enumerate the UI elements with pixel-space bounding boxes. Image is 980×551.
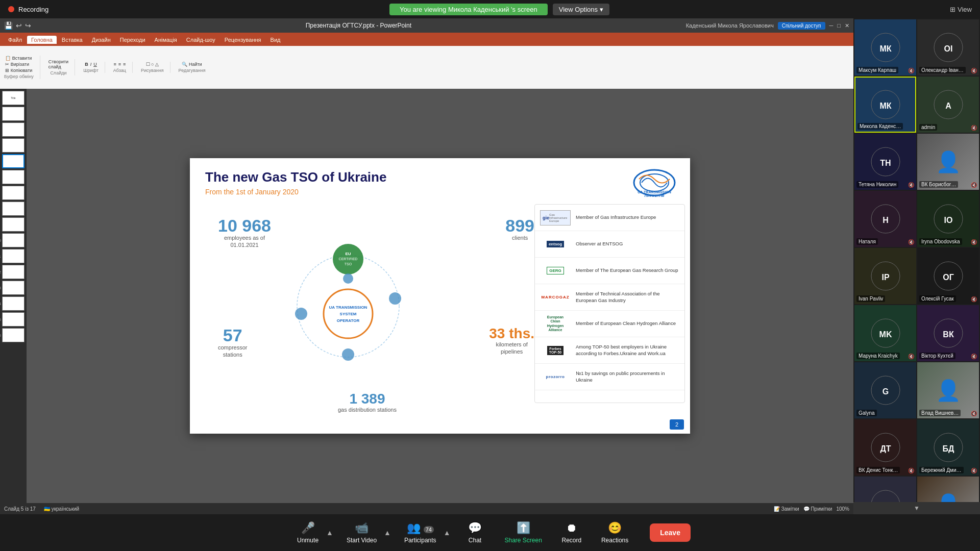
ribbon-align-left[interactable]: ≡ (114, 62, 116, 67)
ppt-ribbon: Файл Головна Вставка Дизайн Переходи Ані… (0, 33, 853, 89)
participant-tile[interactable]: ОГОлексій Гусак🔇 (917, 248, 979, 304)
slide-thumb-8[interactable]: 8 (2, 202, 24, 216)
participant-tile[interactable]: ОІОлександр Іван…🔇 (917, 19, 979, 76)
participants-button[interactable]: 👥 74 Participants (397, 517, 444, 548)
slide-thumb-15[interactable]: 15 (2, 312, 24, 327)
tab-view[interactable]: Вид (266, 36, 285, 44)
ppt-title: Презентація ОГТСУ.pptx - PowerPoint (306, 22, 411, 29)
notes-icon[interactable]: 📝 Замітки (774, 506, 799, 512)
chat-button[interactable]: 💬 Chat (456, 517, 493, 548)
reactions-button[interactable]: 😊 Reactions (594, 517, 635, 548)
page-indicator[interactable]: 2 (670, 419, 684, 430)
tab-review[interactable]: Рецензування (220, 36, 265, 44)
tab-design[interactable]: Дизайн (88, 36, 115, 44)
slide-main: The new Gas TSO of Ukraine From the 1st … (27, 89, 853, 503)
view-icon-label[interactable]: ⊞ View (950, 6, 972, 13)
slide-thumb-11[interactable]: 11 (2, 249, 24, 263)
ribbon-group-drawing: ☐ ○ △ Рисування (141, 62, 170, 73)
mute-icon: 🔇 (971, 239, 977, 245)
slide-thumb-1[interactable]: 1 Title (2, 91, 24, 105)
slide-thumb-3[interactable]: 3 (2, 122, 24, 137)
mute-icon: 🔇 (971, 354, 977, 359)
language: 🇺🇦 український (44, 506, 79, 512)
slide-thumb-6[interactable]: 6 (2, 170, 24, 184)
participant-tile[interactable]: ВКВіктор Кухтєй🔇 (917, 305, 979, 361)
svg-text:Н: Н (883, 216, 889, 224)
slide-thumb-5[interactable]: 5 (2, 154, 24, 168)
tab-transitions[interactable]: Переходи (116, 36, 150, 44)
leave-button[interactable]: Leave (650, 523, 691, 542)
ribbon-align-right[interactable]: ≡ (123, 62, 126, 67)
participant-tile[interactable]: БДБережний Дми…🔇 (917, 419, 979, 475)
slide-thumb-14[interactable]: 14 (2, 296, 24, 311)
prozorro-text: №1 by savings on public procurements in … (576, 370, 679, 383)
participant-tile[interactable]: IOIryna Obodovska🔇 (917, 191, 979, 247)
participant-name-label: Олексій Гусак (919, 295, 956, 302)
svg-text:ВК: ВК (943, 330, 954, 339)
ribbon-cut[interactable]: ✂ Вирізати (5, 62, 32, 67)
ribbon-paste[interactable]: 📋 Вставити (5, 56, 32, 61)
km-number: 33 ths. (489, 327, 534, 341)
tab-insert[interactable]: Вставка (58, 36, 87, 44)
start-video-button[interactable]: 📹 Start Video (339, 517, 384, 548)
entsog-logo: entsog (540, 237, 571, 252)
stat-compressors: 57 compressorstations (218, 327, 247, 359)
ribbon-copy[interactable]: ⊞ Копіювати (5, 68, 32, 73)
participant-tile[interactable]: ДТВК Денис Тонк…🔇 (854, 419, 916, 475)
slide-thumb-9[interactable]: 9 (2, 217, 24, 232)
minimize-icon[interactable]: ─ (829, 22, 834, 29)
tab-animations[interactable]: Анімація (151, 36, 181, 44)
participant-tile[interactable]: МКМикола Каденс… (854, 77, 916, 133)
record-button[interactable]: ⏺ Record (553, 517, 590, 548)
slide-thumb-16[interactable]: 16 (2, 328, 24, 342)
tab-home[interactable]: Головна (27, 36, 57, 44)
close-icon[interactable]: ✕ (845, 22, 849, 29)
scroll-down-button[interactable]: ▼ (853, 502, 980, 514)
participant-tile[interactable]: GGalyna (854, 362, 916, 418)
slide-thumb-13[interactable]: 13 (2, 281, 24, 295)
participant-tile[interactable]: ННаталя🔇 (854, 191, 916, 247)
tab-slideshow[interactable]: Слайд-шоу (182, 36, 219, 44)
participants-count-badge: 74 (424, 526, 434, 533)
participants-chevron[interactable]: ▲ (442, 527, 453, 539)
slide-thumb-7[interactable]: 7 (2, 186, 24, 200)
participant-name-label: Ivan Pavliv (856, 295, 885, 302)
slide-thumb-10[interactable]: 10 (2, 233, 24, 247)
participant-tile[interactable]: 👤ВК Борисбог…🔇 (917, 134, 979, 190)
comments-icon[interactable]: 💬 Примітки (803, 506, 832, 512)
ribbon-underline[interactable]: U (93, 62, 97, 67)
ribbon-bold[interactable]: B (85, 62, 88, 67)
participant-tile[interactable]: МKМаруна Kraichyk🔇 (854, 305, 916, 361)
compressors-number: 57 (218, 327, 247, 344)
participant-tile[interactable]: МКМаксум Карпаш🔇 (854, 19, 916, 76)
svg-point-15 (389, 292, 401, 305)
ribbon-new-slide[interactable]: Створитислайд (48, 59, 69, 69)
slide-thumb-4[interactable]: 4 (2, 138, 24, 153)
tab-file[interactable]: Файл (4, 36, 26, 44)
mute-icon: 🔇 (908, 239, 914, 245)
svg-text:G: G (882, 387, 888, 396)
ribbon-align-center[interactable]: ≡ (118, 62, 121, 67)
unmute-chevron[interactable]: ▲ (324, 527, 335, 539)
view-options-button[interactable]: View Options ▾ (553, 4, 609, 15)
unmute-button[interactable]: 🎤 Unmute (289, 517, 326, 548)
participant-tile[interactable]: Aadmin🔇 (917, 77, 979, 133)
mute-icon: 🔇 (971, 411, 977, 416)
participant-tile[interactable]: IPIvan Pavliv (854, 248, 916, 304)
participant-tile[interactable]: СДСофія Дороше…🔇 (854, 477, 916, 502)
slide-thumb-12[interactable]: 12 (2, 265, 24, 279)
ua-operator-logo: UA TRANSMISSION OPERATOR (629, 167, 680, 198)
participant-tile[interactable]: 👤Влад Вишнев…🔇 (917, 362, 979, 418)
mute-icon: 🔇 (971, 296, 977, 302)
share-screen-button[interactable]: ⬆️ Share Screen (497, 517, 549, 548)
video-group: 📹 Start Video ▲ (339, 517, 393, 548)
ribbon-find[interactable]: 🔍 Найти (182, 62, 202, 67)
ribbon-italic[interactable]: I (90, 62, 92, 67)
share-access-button[interactable]: Спільний доступ (778, 22, 825, 30)
participant-tile[interactable]: ТНТетяна Николин🔇 (854, 134, 916, 190)
video-chevron[interactable]: ▲ (382, 527, 393, 539)
slide-thumb-2[interactable]: 2 (2, 107, 24, 121)
maximize-icon[interactable]: □ (837, 22, 841, 29)
participant-tile[interactable]: 👤Misha Demy…🔇 (917, 477, 979, 502)
employees-label: employees as of01.01.2021 (218, 234, 271, 249)
